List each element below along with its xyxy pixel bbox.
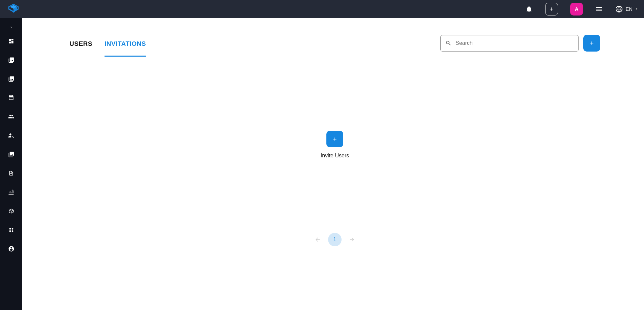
- globe-icon: [615, 5, 623, 13]
- invite-users-label: Invite Users: [321, 153, 349, 159]
- sidebar-item-calendar[interactable]: [0, 94, 22, 101]
- svg-point-9: [11, 230, 13, 232]
- app-logo[interactable]: [7, 2, 20, 16]
- image-collection-icon: [8, 76, 14, 82]
- sidebar-item-document[interactable]: [0, 169, 22, 177]
- empty-state: Invite Users: [69, 131, 600, 159]
- svg-point-6: [9, 228, 11, 229]
- sidebar-item-media[interactable]: [0, 75, 22, 83]
- plus-icon: [589, 40, 594, 46]
- plus-icon: [332, 136, 338, 142]
- search-input[interactable]: [456, 40, 574, 46]
- menu-button[interactable]: [595, 5, 603, 13]
- calendar-icon: [8, 95, 14, 101]
- sidebar: [0, 18, 22, 310]
- pagination-next[interactable]: [349, 237, 355, 243]
- cube-icon: [8, 208, 14, 214]
- pagination-page-1[interactable]: 1: [328, 233, 342, 246]
- image-collection-icon: [8, 151, 14, 158]
- sidebar-item-gallery[interactable]: [0, 56, 22, 64]
- tab-users[interactable]: USERS: [69, 35, 92, 57]
- hamburger-icon: [595, 5, 603, 13]
- dashboard-icon: [8, 38, 14, 44]
- chart-icon: [8, 189, 14, 195]
- pagination-prev[interactable]: [315, 237, 321, 243]
- pagination: 1: [69, 233, 600, 246]
- notifications-button[interactable]: [525, 5, 533, 13]
- svg-point-7: [11, 228, 13, 229]
- tabs: USERS INVITATIONS: [69, 35, 146, 57]
- search-icon: [445, 40, 451, 46]
- tab-invitations[interactable]: INVITATIONS: [105, 35, 146, 57]
- header-add-button[interactable]: [545, 3, 558, 16]
- document-icon: [8, 170, 14, 176]
- sidebar-item-account[interactable]: [0, 245, 22, 252]
- account-circle-icon: [8, 246, 14, 252]
- add-button[interactable]: [583, 35, 600, 52]
- sidebar-item-analytics[interactable]: [0, 188, 22, 196]
- sidebar-item-package[interactable]: [0, 207, 22, 215]
- sidebar-item-dashboard[interactable]: [0, 37, 22, 45]
- sidebar-item-images[interactable]: [0, 151, 22, 158]
- bell-icon: [525, 5, 533, 13]
- main-content: USERS INVITATIONS: [22, 18, 644, 310]
- svg-point-8: [9, 230, 11, 232]
- chevron-right-icon: [9, 26, 13, 29]
- invite-users-button[interactable]: [326, 131, 343, 147]
- sidebar-item-verified-user[interactable]: [0, 132, 22, 139]
- language-selector[interactable]: EN ▼: [615, 5, 638, 13]
- language-code: EN: [625, 6, 633, 12]
- arrow-right-icon: [349, 237, 355, 243]
- arrow-left-icon: [315, 237, 321, 243]
- plus-icon: [549, 6, 554, 12]
- sidebar-item-users[interactable]: [0, 113, 22, 120]
- sidebar-item-apps[interactable]: [0, 226, 22, 234]
- chevron-down-icon: ▼: [635, 7, 638, 10]
- image-collection-icon: [8, 57, 14, 63]
- app-header: A EN ▼: [0, 0, 644, 18]
- person-check-icon: [8, 132, 14, 138]
- avatar-letter: A: [575, 6, 579, 12]
- four-dots-icon: [8, 227, 14, 233]
- sidebar-expand-button[interactable]: [5, 23, 17, 32]
- people-icon: [8, 114, 14, 120]
- user-avatar[interactable]: A: [570, 3, 583, 16]
- search-box: [440, 35, 579, 52]
